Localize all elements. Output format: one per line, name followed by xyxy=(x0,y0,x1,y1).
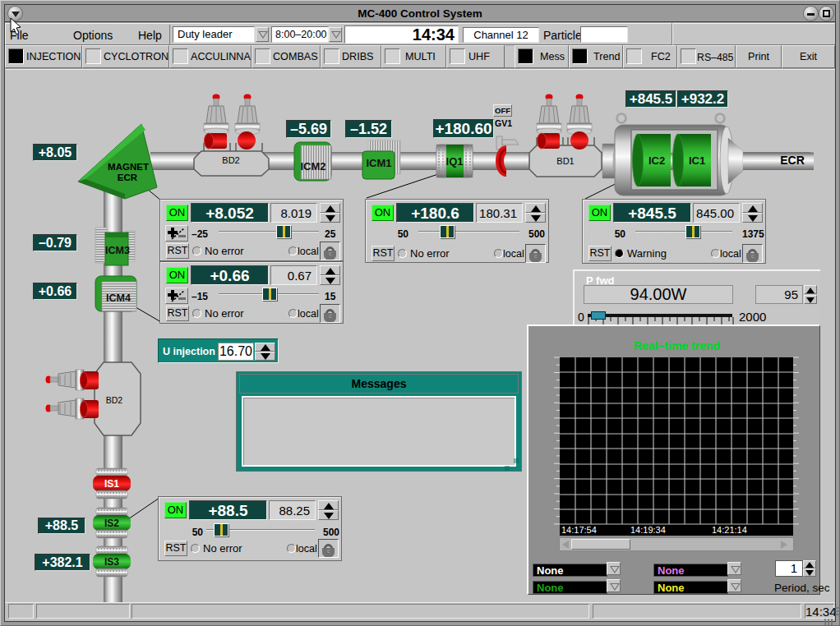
svg-text:14:19:34: 14:19:34 xyxy=(630,525,666,535)
svg-text:ICM2: ICM2 xyxy=(300,160,325,173)
svg-text:ICM1: ICM1 xyxy=(366,157,391,169)
svg-text:IC2: IC2 xyxy=(648,154,665,167)
svg-text:c: c xyxy=(329,313,332,319)
svg-text:c: c xyxy=(329,251,332,256)
svg-text:IS3: IS3 xyxy=(104,556,119,568)
svg-text:BD1: BD1 xyxy=(556,156,574,166)
svg-text:14:17:54: 14:17:54 xyxy=(561,525,597,535)
svg-text:c: c xyxy=(751,253,755,259)
svg-text:IQ1: IQ1 xyxy=(446,155,464,168)
svg-text:IC1: IC1 xyxy=(689,154,705,167)
svg-text:14:21:14: 14:21:14 xyxy=(712,525,747,535)
svg-text:ECR: ECR xyxy=(780,154,805,167)
svg-text:ICM4: ICM4 xyxy=(106,292,131,304)
svg-text:BD2: BD2 xyxy=(222,155,239,165)
svg-text:ICM3: ICM3 xyxy=(105,245,130,256)
svg-text:IS1: IS1 xyxy=(104,478,119,490)
svg-text:c: c xyxy=(534,253,538,259)
svg-text:ECR: ECR xyxy=(118,173,138,182)
svg-text:BD2: BD2 xyxy=(106,395,123,405)
svg-text:MAGNET: MAGNET xyxy=(108,162,149,172)
svg-text:c: c xyxy=(327,548,330,554)
svg-text:IS2: IS2 xyxy=(104,518,119,529)
